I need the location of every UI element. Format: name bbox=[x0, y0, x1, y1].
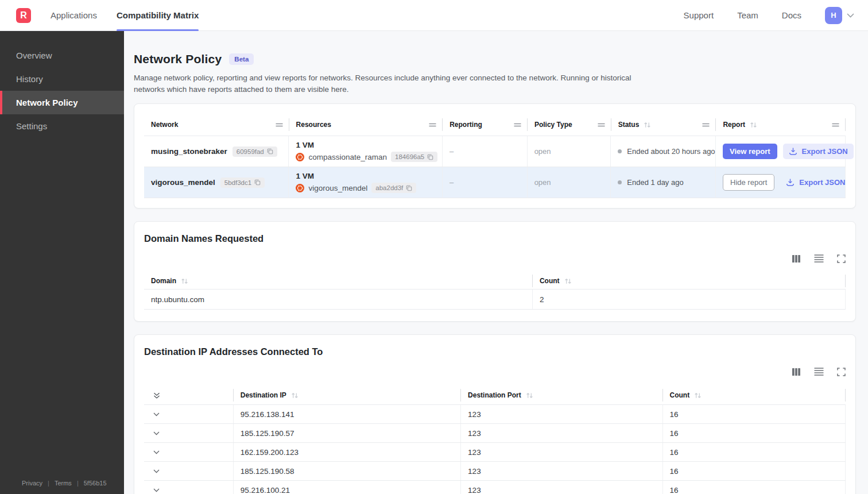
nav-link-docs[interactable]: Docs bbox=[782, 10, 801, 20]
column-header-policy-type[interactable]: Policy Type bbox=[528, 114, 611, 136]
destinations-table-header: Destination IP Destination Port Count bbox=[144, 386, 846, 404]
resource-name: vigorous_mendel bbox=[308, 184, 367, 192]
destination-row: 162.159.200.123 123 16 bbox=[144, 442, 846, 461]
copy-icon[interactable] bbox=[267, 148, 273, 155]
expand-row-cell[interactable] bbox=[144, 481, 234, 494]
report-toggle-button[interactable]: Hide report bbox=[723, 174, 774, 191]
expand-row-cell[interactable] bbox=[144, 462, 234, 480]
chevron-down-icon[interactable] bbox=[847, 13, 854, 18]
fullscreen-icon[interactable] bbox=[837, 254, 846, 263]
drag-handle-icon[interactable] bbox=[514, 123, 521, 127]
chevron-down-icon[interactable] bbox=[153, 450, 160, 454]
sort-icon[interactable] bbox=[526, 392, 533, 399]
nav-link-support[interactable]: Support bbox=[684, 10, 714, 20]
rows-icon[interactable] bbox=[814, 254, 824, 263]
sidebar-item-history[interactable]: History bbox=[0, 67, 124, 91]
nav-link-team[interactable]: Team bbox=[737, 10, 758, 20]
tab-label: Applications bbox=[51, 10, 97, 20]
chevron-down-icon[interactable] bbox=[153, 488, 160, 492]
column-header-expand[interactable] bbox=[144, 386, 234, 404]
sort-icon[interactable] bbox=[564, 278, 572, 284]
chevron-down-icon[interactable] bbox=[153, 412, 160, 416]
report-toggle-button[interactable]: View report bbox=[723, 144, 777, 159]
destination-port-cell: 123 bbox=[461, 443, 662, 461]
user-menu[interactable]: H bbox=[825, 7, 854, 24]
destination-ip-value: 95.216.100.21 bbox=[241, 486, 290, 494]
tab-applications[interactable]: Applications bbox=[41, 0, 107, 31]
rows-icon[interactable] bbox=[814, 368, 824, 376]
column-header-resources[interactable]: Resources bbox=[289, 114, 443, 136]
export-json-label: Export JSON bbox=[799, 178, 845, 187]
expand-row-cell[interactable] bbox=[144, 424, 234, 442]
destination-ip-cell: 162.159.200.123 bbox=[234, 443, 461, 461]
tab-compatibility-matrix[interactable]: Compatibility Matrix bbox=[107, 0, 208, 31]
column-header-destination-ip[interactable]: Destination IP bbox=[234, 386, 461, 404]
top-nav: R Applications Compatibility Matrix Supp… bbox=[0, 0, 868, 31]
sort-icon[interactable] bbox=[181, 278, 188, 284]
expand-row-cell[interactable] bbox=[144, 443, 234, 461]
columns-icon[interactable] bbox=[792, 368, 801, 376]
page-header: Network Policy Beta bbox=[134, 52, 856, 66]
terms-link[interactable]: Terms bbox=[55, 480, 72, 487]
destinations-card-title: Destination IP Addresses Connected To bbox=[144, 346, 846, 357]
column-separator bbox=[845, 389, 846, 402]
resources-cell: 1 VM compassionate_raman184696a5 bbox=[289, 136, 442, 167]
sidebar-item-settings[interactable]: Settings bbox=[0, 114, 124, 138]
network-name: musing_stonebraker bbox=[151, 147, 227, 156]
column-header-reporting[interactable]: Reporting bbox=[443, 114, 528, 136]
sort-icon[interactable] bbox=[291, 392, 299, 399]
privacy-link[interactable]: Privacy bbox=[22, 480, 42, 487]
destination-port-value: 123 bbox=[468, 448, 481, 457]
id-pill: aba2dd3f bbox=[371, 183, 416, 193]
export-json-button[interactable]: Export JSON bbox=[783, 144, 854, 159]
column-header-status[interactable]: Status bbox=[611, 114, 716, 136]
drag-handle-icon[interactable] bbox=[429, 123, 436, 127]
expand-all-icon[interactable] bbox=[153, 392, 160, 399]
copy-icon[interactable] bbox=[406, 185, 412, 191]
domain-cell: ntp.ubuntu.com bbox=[144, 290, 533, 309]
drag-handle-icon[interactable] bbox=[832, 123, 839, 127]
reporting-cell: – bbox=[443, 167, 528, 198]
destinations-table-body: 95.216.138.141 123 16 185.125.190.57 123… bbox=[144, 404, 846, 494]
networks-card: Network Resources Reporting Policy Type … bbox=[134, 103, 856, 209]
destination-port-value: 123 bbox=[468, 467, 481, 476]
resource-name: compassionate_raman bbox=[308, 153, 387, 161]
column-header-destination-port[interactable]: Destination Port bbox=[461, 386, 662, 404]
domains-table-toolbar bbox=[144, 253, 846, 264]
tab-label: Compatibility Matrix bbox=[117, 10, 199, 20]
fullscreen-icon[interactable] bbox=[837, 368, 846, 376]
columns-icon[interactable] bbox=[792, 254, 801, 263]
app-logo[interactable]: R bbox=[16, 8, 31, 23]
destinations-table-toolbar bbox=[144, 366, 846, 377]
count-value: 16 bbox=[670, 467, 679, 476]
network-row: vigorous_mendel5bdf3dc1 1 VM vigorous_me… bbox=[144, 167, 846, 198]
column-header-domain[interactable]: Domain bbox=[144, 273, 533, 289]
avatar[interactable]: H bbox=[825, 7, 842, 24]
column-header-network[interactable]: Network bbox=[144, 114, 289, 136]
export-json-button[interactable]: Export JSON bbox=[780, 175, 851, 190]
drag-handle-icon[interactable] bbox=[598, 123, 605, 127]
sort-icon[interactable] bbox=[644, 122, 651, 128]
chevron-down-icon[interactable] bbox=[153, 431, 160, 435]
policy-type-cell: open bbox=[528, 167, 611, 198]
column-header-report[interactable]: Report bbox=[716, 114, 846, 136]
column-header-count[interactable]: Count bbox=[663, 386, 846, 404]
sidebar-item-network-policy[interactable]: Network Policy bbox=[0, 91, 124, 114]
copy-icon[interactable] bbox=[254, 179, 261, 186]
id-pill: 5bdf3dc1 bbox=[220, 177, 265, 188]
domain-row: ntp.ubuntu.com 2 bbox=[144, 289, 846, 310]
id-text: 5bdf3dc1 bbox=[224, 179, 251, 186]
drag-handle-icon[interactable] bbox=[702, 123, 710, 127]
count-cell: 16 bbox=[663, 405, 846, 423]
expand-row-cell[interactable] bbox=[144, 405, 234, 423]
copy-icon[interactable] bbox=[427, 154, 433, 160]
sort-icon[interactable] bbox=[694, 392, 702, 399]
sort-icon[interactable] bbox=[750, 122, 757, 128]
drag-handle-icon[interactable] bbox=[276, 123, 283, 127]
destination-ip-value: 185.125.190.57 bbox=[241, 429, 294, 438]
column-header-count[interactable]: Count bbox=[533, 273, 846, 289]
status-dot bbox=[618, 180, 622, 184]
reporting-cell: – bbox=[443, 136, 528, 167]
chevron-down-icon[interactable] bbox=[153, 469, 160, 473]
sidebar-item-overview[interactable]: Overview bbox=[0, 44, 124, 67]
